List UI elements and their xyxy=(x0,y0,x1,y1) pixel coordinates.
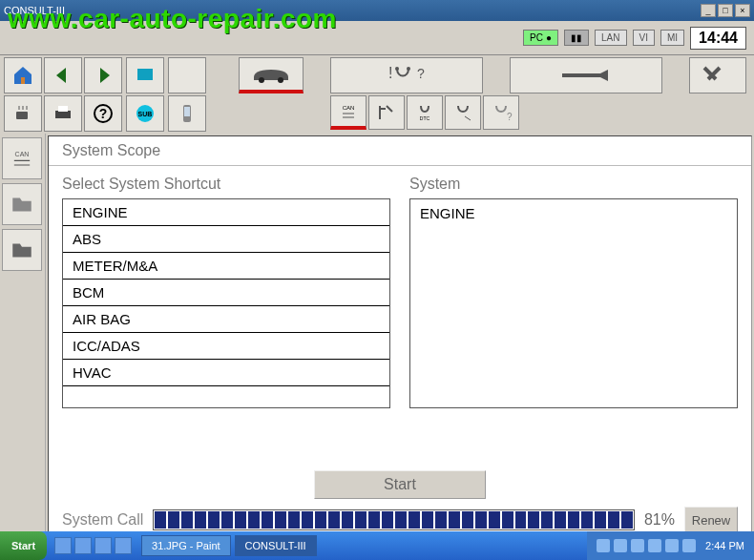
shortcut-label: Select System Shortcut xyxy=(62,176,390,193)
svg-text:DTC: DTC xyxy=(420,115,430,121)
screen-button[interactable] xyxy=(126,57,164,93)
tray-icon[interactable] xyxy=(682,539,696,552)
tray-icon[interactable] xyxy=(597,539,610,552)
taskbar-task[interactable]: CONSULT-III xyxy=(235,535,317,556)
sidebar: CAN xyxy=(0,134,46,544)
selected-system: ENGINE xyxy=(420,205,727,221)
tray-icon[interactable] xyxy=(648,539,661,552)
tray-icon[interactable] xyxy=(665,539,679,552)
toolbar: ? SUB !? CAN DTC ? xyxy=(0,55,754,134)
print-button[interactable] xyxy=(44,95,82,132)
system-shortcut-list[interactable]: ENGINE ABS METER/M&A BCM AIR BAG ICC/ADA… xyxy=(62,198,390,408)
svg-point-15 xyxy=(407,67,410,71)
svg-text:?: ? xyxy=(507,112,513,122)
start-menu-button[interactable]: Start xyxy=(0,531,47,560)
home-button[interactable] xyxy=(4,57,42,93)
svg-rect-6 xyxy=(137,69,153,80)
steth-tool-button[interactable] xyxy=(445,95,481,130)
minimize-button[interactable]: _ xyxy=(701,4,716,17)
quick-launch[interactable] xyxy=(47,537,139,554)
list-item[interactable]: BCM xyxy=(63,280,389,306)
back-button[interactable] xyxy=(44,57,82,93)
svg-text:SUB: SUB xyxy=(138,111,153,117)
blank-1 xyxy=(168,57,206,93)
tray-icon[interactable] xyxy=(631,539,644,552)
system-label: System xyxy=(409,176,738,193)
svg-text:CAN: CAN xyxy=(15,151,30,157)
svg-rect-1 xyxy=(16,112,28,119)
svg-text:!: ! xyxy=(388,65,392,81)
tool-2-button[interactable] xyxy=(368,95,405,130)
status-topbar: PC ● ▮▮ LAN VI MI 14:44 xyxy=(0,21,754,55)
taskbar: Start 31.JPG - Paint CONSULT-III 2:44 PM xyxy=(0,531,754,560)
progress-percent: 81% xyxy=(644,511,675,529)
help-button[interactable]: ? xyxy=(84,95,122,132)
svg-text:?: ? xyxy=(99,106,108,121)
renew-button[interactable]: Renew xyxy=(684,507,738,533)
phone-icon[interactable] xyxy=(168,95,206,132)
dtc-button[interactable]: DTC xyxy=(407,95,443,130)
svg-rect-0 xyxy=(21,77,25,84)
sub-button[interactable]: SUB xyxy=(126,95,164,132)
list-item[interactable]: ENGINE xyxy=(63,199,389,226)
list-item[interactable]: AIR BAG xyxy=(63,306,389,333)
svg-rect-3 xyxy=(58,106,68,112)
maximize-button[interactable]: □ xyxy=(718,4,733,17)
folder2-side-button[interactable] xyxy=(2,229,42,271)
tray-clock: 2:44 PM xyxy=(705,540,744,551)
forward-button[interactable] xyxy=(84,57,122,93)
content-panel: System Scope Select System Shortcut ENGI… xyxy=(48,135,752,542)
steth-help-button[interactable]: ? xyxy=(483,95,519,130)
list-item[interactable]: ABS xyxy=(63,226,389,253)
list-item[interactable]: HVAC xyxy=(63,360,389,386)
tray-icon[interactable] xyxy=(614,539,627,552)
car-nav-button[interactable] xyxy=(239,57,304,93)
svg-text:?: ? xyxy=(417,66,425,81)
svg-rect-10 xyxy=(184,107,190,116)
window-title: CONSULT-III xyxy=(4,5,65,16)
status-vi: VI xyxy=(633,30,655,46)
taskbar-task[interactable]: 31.JPG - Paint xyxy=(141,535,231,556)
wrench-nav-button[interactable] xyxy=(510,57,662,93)
selected-system-box: ENGINE xyxy=(409,198,738,408)
svg-point-11 xyxy=(259,77,264,83)
close-button[interactable]: × xyxy=(735,4,750,17)
tools-nav-button[interactable] xyxy=(689,57,746,93)
svg-point-12 xyxy=(278,77,283,83)
svg-point-14 xyxy=(395,67,399,71)
start-button[interactable]: Start xyxy=(314,470,486,499)
list-item[interactable]: ICC/ADAS xyxy=(63,333,389,360)
titlebar: CONSULT-III _ □ × xyxy=(0,0,754,21)
can-diag-button[interactable]: CAN xyxy=(330,95,367,130)
list-item[interactable]: METER/M&A xyxy=(63,253,389,280)
system-tray[interactable]: 2:44 PM xyxy=(587,531,754,560)
status-pc: PC ● xyxy=(523,30,558,46)
coffee-icon[interactable] xyxy=(4,95,42,132)
clock: 14:44 xyxy=(690,27,746,50)
section-title: System Scope xyxy=(49,136,751,166)
diagnose-nav-button[interactable]: !? xyxy=(330,57,483,93)
can-side-button[interactable]: CAN xyxy=(2,137,42,179)
progress-label: System Call xyxy=(62,511,143,529)
status-lan: LAN xyxy=(595,30,626,46)
folder-side-button[interactable] xyxy=(2,183,42,225)
svg-text:CAN: CAN xyxy=(343,105,355,111)
status-mi: MI xyxy=(660,30,684,46)
svg-rect-2 xyxy=(55,111,71,118)
progress-bar xyxy=(153,509,635,530)
battery-icon: ▮▮ xyxy=(564,30,589,46)
